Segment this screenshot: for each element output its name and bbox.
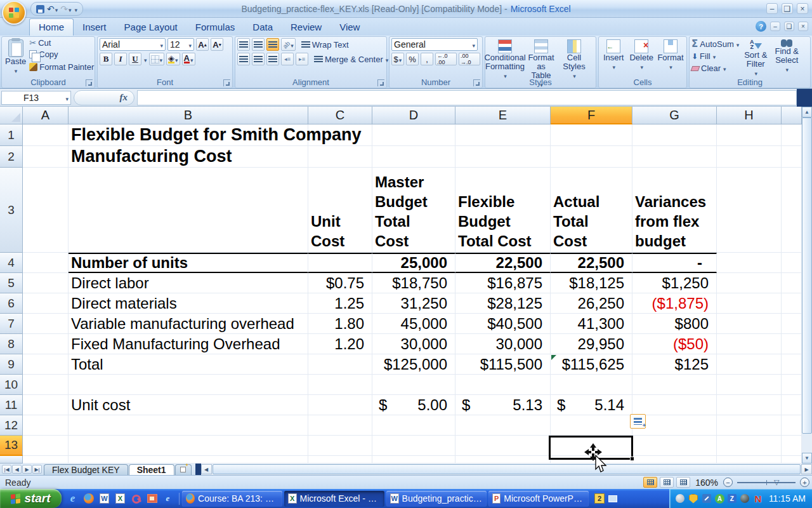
cell-d7[interactable]: 45,000	[372, 314, 455, 334]
taskbar-clock[interactable]: 11:15 AM	[769, 493, 806, 504]
cell-b2-title[interactable]: Manufacturing Cost	[69, 146, 308, 168]
cell-c6[interactable]: 1.25	[308, 293, 372, 314]
cell-e5[interactable]: $16,875	[455, 273, 551, 293]
show-desktop-icon[interactable]	[608, 495, 617, 502]
cell[interactable]	[23, 415, 69, 436]
normal-view-button[interactable]	[643, 477, 657, 488]
cell[interactable]	[455, 436, 551, 456]
cell-e11[interactable]: $5.13	[455, 395, 551, 415]
cell-c8[interactable]: 1.20	[308, 334, 372, 354]
cell[interactable]	[782, 124, 802, 146]
cell-f3-header[interactable]: Actual Total Cost	[551, 168, 632, 253]
key-icon[interactable]	[130, 493, 142, 505]
delete-cells-button[interactable]: Delete	[628, 38, 655, 73]
zoom-in-button[interactable]: +	[800, 478, 809, 487]
insert-cells-button[interactable]: Insert	[601, 38, 626, 73]
cell[interactable]	[717, 293, 782, 314]
cell[interactable]	[632, 436, 717, 456]
tab-split-handle[interactable]	[195, 464, 201, 475]
column-header-a[interactable]: A	[23, 107, 69, 124]
number-dialog-launcher[interactable]	[473, 79, 480, 86]
cell-e7[interactable]: $40,500	[455, 314, 551, 334]
row-header-8[interactable]: 8	[0, 334, 23, 354]
tray-security-shield-icon[interactable]	[688, 493, 698, 504]
cell[interactable]	[632, 456, 717, 464]
row-header-7[interactable]: 7	[0, 314, 23, 334]
font-family-combo[interactable]: Arial	[100, 38, 166, 51]
cell[interactable]	[782, 395, 802, 415]
alignment-dialog-launcher[interactable]	[377, 79, 384, 86]
cell-c3-header[interactable]: Unit Cost	[308, 168, 372, 253]
cell-b5[interactable]: Direct labor	[69, 273, 308, 293]
tray-volume-icon[interactable]	[740, 493, 750, 504]
tab-view[interactable]: View	[331, 19, 369, 36]
cell[interactable]	[23, 273, 69, 293]
middle-align-button[interactable]	[252, 38, 265, 51]
name-box[interactable]: F13	[1, 91, 71, 105]
zoom-slider-thumb[interactable]: ▽	[774, 478, 779, 486]
cell-e4[interactable]: 22,500	[455, 253, 551, 273]
tab-home[interactable]: Home	[29, 18, 74, 36]
cut-button[interactable]: ✂Cut	[29, 38, 94, 48]
row-header-1[interactable]: 1	[0, 124, 23, 146]
orientation-button[interactable]: ab	[281, 38, 296, 51]
increase-indent-button[interactable]: ▸≡	[296, 53, 308, 65]
format-cells-button[interactable]: Format	[657, 38, 684, 73]
cell[interactable]	[782, 293, 802, 314]
column-header-e[interactable]: E	[455, 107, 551, 124]
taskbar-button-excel[interactable]: X Microsoft Excel - Bud...	[284, 491, 384, 507]
column-header-d[interactable]: D	[372, 107, 455, 124]
row-header-6[interactable]: 6	[0, 293, 23, 314]
zoom-level[interactable]: 160%	[695, 478, 718, 488]
cell[interactable]	[782, 146, 802, 168]
internet-explorer-alt-icon[interactable]: e	[162, 493, 174, 505]
italic-button[interactable]: I	[114, 53, 127, 65]
sheet-tab-flex-budget-key[interactable]: Flex Budget KEY	[44, 464, 128, 475]
column-header-h[interactable]: H	[717, 107, 782, 124]
cell[interactable]	[308, 354, 372, 375]
cell[interactable]	[23, 436, 69, 456]
cell[interactable]	[782, 436, 802, 456]
cell[interactable]	[717, 314, 782, 334]
column-header-f[interactable]: F	[551, 107, 632, 124]
cell-g7[interactable]: $800	[632, 314, 717, 334]
cell[interactable]	[308, 436, 372, 456]
cell-d4[interactable]: 25,000	[372, 253, 455, 273]
cell[interactable]	[372, 146, 455, 168]
cell-f8[interactable]: 29,950	[551, 334, 632, 354]
cell-e9[interactable]: $115,500	[455, 354, 551, 375]
fill-button[interactable]: ⬇Fill	[691, 51, 739, 61]
grow-font-button[interactable]: A▴	[196, 38, 209, 51]
tab-formulas[interactable]: Formulas	[187, 19, 244, 36]
cell[interactable]	[23, 334, 69, 354]
select-all-corner[interactable]	[0, 107, 23, 124]
cell-g5[interactable]: $1,250	[632, 273, 717, 293]
taskbar-button-word[interactable]: W Budgeting_practice-fl...	[386, 491, 487, 507]
cell-d9[interactable]: $125,000	[372, 354, 455, 375]
copy-button[interactable]: Copy	[29, 50, 94, 59]
merge-center-button[interactable]: Merge & Center	[314, 55, 388, 64]
cell-f6[interactable]: 26,250	[551, 293, 632, 314]
formula-input[interactable]	[137, 90, 797, 105]
cell-d5[interactable]: $18,750	[372, 273, 455, 293]
internet-explorer-icon[interactable]: e	[67, 493, 79, 505]
column-header-c[interactable]: C	[308, 107, 372, 124]
cell[interactable]	[308, 456, 372, 464]
cell[interactable]	[308, 415, 372, 436]
outlook-icon[interactable]	[146, 493, 158, 505]
vertical-scrollbar[interactable]: ▲ ▼	[802, 107, 812, 464]
cell[interactable]	[308, 375, 372, 395]
tab-review[interactable]: Review	[282, 19, 331, 36]
split-box[interactable]	[797, 89, 812, 107]
comma-style-button[interactable]: ,	[421, 53, 433, 65]
font-dialog-launcher[interactable]	[223, 79, 230, 86]
conditional-formatting-button[interactable]: Conditional Formatting	[487, 38, 523, 82]
tab-page-layout[interactable]: Page Layout	[115, 19, 187, 36]
cell[interactable]	[782, 314, 802, 334]
cell[interactable]	[717, 146, 782, 168]
cell[interactable]	[455, 146, 551, 168]
cell-f7[interactable]: 41,300	[551, 314, 632, 334]
cell[interactable]	[782, 253, 802, 273]
cell[interactable]	[717, 375, 782, 395]
cell-styles-button[interactable]: Cell Styles	[560, 38, 589, 82]
